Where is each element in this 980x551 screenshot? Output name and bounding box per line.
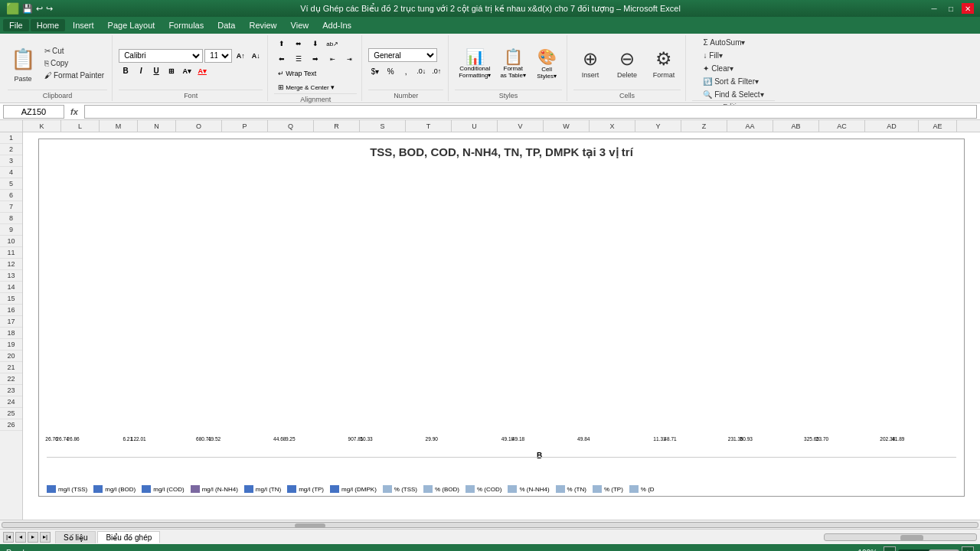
row-num-9[interactable]: 9 bbox=[0, 224, 22, 236]
col-header-AC[interactable]: AC bbox=[819, 120, 865, 132]
scrollbar-thumb[interactable] bbox=[295, 523, 325, 528]
border-button[interactable]: ⊞ bbox=[165, 64, 178, 78]
col-header-S[interactable]: S bbox=[360, 120, 406, 132]
merge-dropdown-icon[interactable]: ▾ bbox=[331, 83, 335, 91]
insert-button[interactable]: ⊕ Insert bbox=[573, 37, 607, 90]
quick-access-redo[interactable]: ↪ bbox=[46, 4, 53, 14]
align-top-button[interactable]: ⬆ bbox=[274, 37, 289, 51]
menu-formulas[interactable]: Formulas bbox=[162, 19, 210, 31]
row-num-3[interactable]: 3 bbox=[0, 155, 22, 167]
col-header-AB[interactable]: AB bbox=[773, 120, 819, 132]
increase-indent-button[interactable]: ⇥ bbox=[341, 52, 357, 66]
minimize-button[interactable]: ─ bbox=[928, 3, 940, 14]
menu-data[interactable]: Data bbox=[211, 19, 241, 31]
col-header-T[interactable]: T bbox=[406, 120, 452, 132]
align-left-button[interactable]: ⬅ bbox=[274, 52, 289, 66]
tab-so-lieu[interactable]: Số liệu bbox=[55, 531, 96, 543]
menu-page-layout[interactable]: Page Layout bbox=[102, 19, 162, 31]
cell-reference-box[interactable] bbox=[3, 105, 64, 119]
col-header-L[interactable]: L bbox=[61, 120, 100, 132]
tab-first-button[interactable]: |◂ bbox=[3, 532, 14, 543]
row-num-13[interactable]: 13 bbox=[0, 270, 22, 282]
row-num-25[interactable]: 25 bbox=[0, 408, 22, 419]
font-increase-button[interactable]: A↑ bbox=[234, 49, 247, 63]
horizontal-scrollbar[interactable] bbox=[0, 520, 980, 529]
row-num-2[interactable]: 2 bbox=[0, 144, 22, 155]
row-num-6[interactable]: 6 bbox=[0, 190, 22, 201]
row-num-26[interactable]: 26 bbox=[0, 419, 22, 431]
menu-file[interactable]: File bbox=[3, 19, 29, 31]
row-num-7[interactable]: 7 bbox=[0, 201, 22, 213]
row-num-10[interactable]: 10 bbox=[0, 236, 22, 247]
delete-button[interactable]: ⊖ Delete bbox=[610, 37, 644, 90]
row-num-17[interactable]: 17 bbox=[0, 316, 22, 328]
row-num-20[interactable]: 20 bbox=[0, 350, 22, 362]
align-middle-button[interactable]: ⬌ bbox=[291, 37, 306, 51]
tab-next-button[interactable]: ▸ bbox=[28, 532, 38, 543]
tab-last-button[interactable]: ▸| bbox=[40, 532, 51, 543]
paste-button[interactable]: 📋 bbox=[8, 44, 38, 75]
row-num-19[interactable]: 19 bbox=[0, 339, 22, 350]
menu-view[interactable]: View bbox=[285, 19, 315, 31]
decrease-indent-button[interactable]: ⇤ bbox=[325, 52, 340, 66]
row-num-24[interactable]: 24 bbox=[0, 396, 22, 408]
maximize-button[interactable]: □ bbox=[945, 3, 957, 14]
col-header-Y[interactable]: Y bbox=[635, 120, 681, 132]
wrap-text-button[interactable]: ↵ Wrap Text bbox=[274, 67, 320, 80]
col-header-U[interactable]: U bbox=[452, 120, 498, 132]
row-num-23[interactable]: 23 bbox=[0, 385, 22, 396]
align-right-button[interactable]: ➡ bbox=[308, 52, 323, 66]
quick-access-undo[interactable]: ↩ bbox=[36, 4, 43, 14]
format-as-table-button[interactable]: 📋 Formatas Table▾ bbox=[496, 37, 530, 90]
zoom-out-button[interactable]: − bbox=[884, 546, 896, 551]
percent-button[interactable]: % bbox=[384, 64, 397, 78]
col-header-AA[interactable]: AA bbox=[727, 120, 773, 132]
col-header-W[interactable]: W bbox=[544, 120, 590, 132]
underline-button[interactable]: U bbox=[149, 64, 163, 78]
row-num-22[interactable]: 22 bbox=[0, 373, 22, 385]
col-header-M[interactable]: M bbox=[100, 120, 138, 132]
fill-color-button[interactable]: A▾ bbox=[180, 64, 194, 78]
col-header-N[interactable]: N bbox=[138, 120, 176, 132]
copy-button[interactable]: ⎘ Copy bbox=[41, 57, 107, 69]
tab-bieu-do-ghep[interactable]: Biểu đồ ghép bbox=[97, 531, 160, 543]
format-button[interactable]: ⚙ Format bbox=[647, 37, 681, 90]
align-center-button[interactable]: ☰ bbox=[291, 52, 306, 66]
row-num-15[interactable]: 15 bbox=[0, 293, 22, 305]
clear-button[interactable]: ✦ Clear▾ bbox=[700, 63, 766, 74]
sort-filter-button[interactable]: 🔃 Sort & Filter▾ bbox=[700, 76, 766, 87]
col-header-R[interactable]: R bbox=[314, 120, 360, 132]
cell-styles-button[interactable]: 🎨 CellStyles▾ bbox=[531, 37, 562, 90]
row-num-21[interactable]: 21 bbox=[0, 362, 22, 373]
increase-decimal-button[interactable]: .0↑ bbox=[430, 64, 443, 78]
col-header-Q[interactable]: Q bbox=[268, 120, 314, 132]
menu-insert[interactable]: Insert bbox=[67, 19, 100, 31]
accounting-button[interactable]: $▾ bbox=[368, 64, 382, 78]
decrease-decimal-button[interactable]: .0↓ bbox=[414, 64, 428, 78]
row-num-5[interactable]: 5 bbox=[0, 178, 22, 190]
col-header-X[interactable]: X bbox=[590, 120, 635, 132]
col-header-O[interactable]: O bbox=[176, 120, 222, 132]
zoom-in-button[interactable]: + bbox=[962, 546, 974, 551]
quick-access-save[interactable]: 💾 bbox=[22, 4, 33, 14]
cut-button[interactable]: ✂ Cut bbox=[41, 45, 107, 57]
font-decrease-button[interactable]: A↓ bbox=[249, 49, 263, 63]
fill-button[interactable]: ↓ Fill▾ bbox=[700, 50, 766, 61]
autosum-button[interactable]: Σ AutoSum▾ bbox=[700, 37, 766, 48]
font-color-button[interactable]: A▾ bbox=[195, 64, 209, 78]
font-name-select[interactable]: Calibri bbox=[119, 49, 203, 63]
col-header-Z[interactable]: Z bbox=[681, 120, 727, 132]
formula-input[interactable] bbox=[84, 105, 977, 119]
row-num-12[interactable]: 12 bbox=[0, 259, 22, 270]
comma-button[interactable]: , bbox=[399, 64, 413, 78]
cells-area[interactable]: TSS, BOD, COD, N-NH4, TN, TP, DMPK tại 3… bbox=[23, 132, 980, 520]
menu-home[interactable]: Home bbox=[31, 19, 65, 31]
italic-button[interactable]: I bbox=[134, 64, 148, 78]
right-scrollbar-thumb[interactable] bbox=[900, 535, 923, 541]
col-header-AE[interactable]: AE bbox=[919, 120, 957, 132]
align-bottom-button[interactable]: ⬇ bbox=[308, 37, 323, 51]
row-num-18[interactable]: 18 bbox=[0, 328, 22, 339]
menu-add-ins[interactable]: Add-Ins bbox=[316, 19, 358, 31]
number-format-select[interactable]: General bbox=[368, 48, 437, 62]
chart-container[interactable]: TSS, BOD, COD, N-NH4, TN, TP, DMPK tại 3… bbox=[38, 139, 965, 497]
